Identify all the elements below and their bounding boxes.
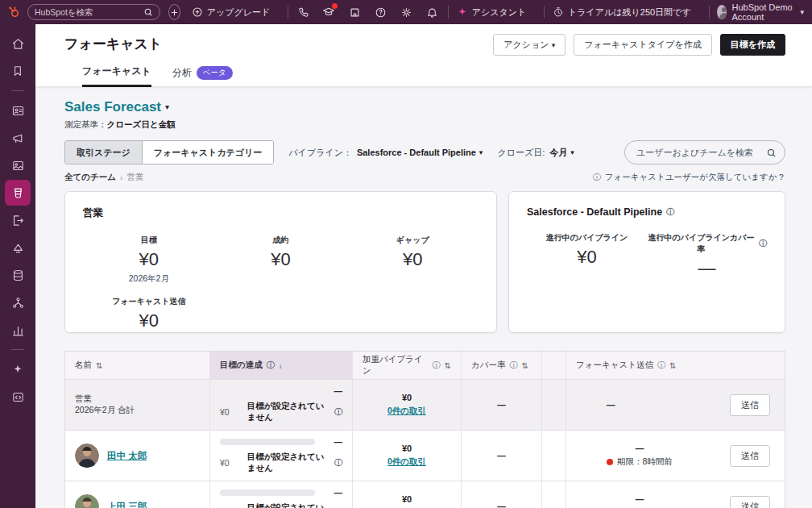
table-row-team-total: 営業 2026年2月 合計 — ¥0 目標が設定されていません ⓘ ¥0 0件の… <box>65 379 785 430</box>
deals-link[interactable]: 0件の取引 <box>387 456 426 468</box>
sidebar-contacts-icon[interactable] <box>5 98 31 123</box>
assistant-button[interactable]: アシスタント <box>457 6 527 19</box>
info-icon[interactable]: ⓘ <box>759 238 767 249</box>
sort-icon[interactable]: ⇅ <box>445 361 451 370</box>
sidebar-developer-icon[interactable] <box>5 384 31 410</box>
upgrade-button[interactable]: アップグレード <box>192 6 271 19</box>
account-menu[interactable]: HubSpot Demo Account ▾ <box>717 2 804 22</box>
clock-icon <box>553 6 564 18</box>
toggle-deal-stage[interactable]: 取引ステージ <box>65 141 143 164</box>
create-forecast-type-button[interactable]: フォーキャストタイプを作成 <box>574 34 712 56</box>
info-icon[interactable]: ⓘ <box>267 360 275 371</box>
submit-button[interactable]: 送信 <box>730 496 770 508</box>
sidebar-automations-icon[interactable] <box>5 235 31 260</box>
column-header-forecast-submission[interactable]: フォーキャスト送信 ⓘ ⇅ <box>566 352 785 379</box>
info-icon[interactable]: ⓘ <box>334 457 342 468</box>
sort-desc-icon[interactable]: ↓ <box>279 361 283 370</box>
column-header-coverage[interactable]: カバー率 ⓘ ⇅ <box>462 352 542 379</box>
user-link[interactable]: 田中 太郎 <box>107 450 147 462</box>
global-search-input[interactable] <box>35 7 143 17</box>
measure-line: 測定基準：クローズ日と金額 <box>64 119 785 131</box>
divider <box>288 6 288 19</box>
sidebar-bookmarks-icon[interactable] <box>5 58 31 84</box>
sidebar-sales-icon[interactable] <box>5 180 31 206</box>
chevron-down-icon: ▾ <box>165 103 169 111</box>
column-header-name[interactable]: 名前 ⇅ <box>65 352 210 379</box>
divider <box>709 6 710 19</box>
tab-bar: フォーキャスト 分析 ベータ <box>64 65 785 87</box>
divider <box>11 90 24 91</box>
create-goal-button[interactable]: 目標を作成 <box>720 34 785 56</box>
team-card-title: 営業 <box>83 206 478 220</box>
missing-users-link[interactable]: ⓘ フォーキャストユーザーが欠落していますか？ <box>593 172 785 183</box>
marketplace-icon[interactable] <box>348 6 361 19</box>
sidebar-workflows-icon[interactable] <box>5 289 31 315</box>
settings-icon[interactable] <box>400 6 412 19</box>
avatar <box>75 443 99 468</box>
pipeline-select[interactable]: Salesforce - Default Pipeline ▾ <box>357 148 483 157</box>
deals-link[interactable]: 0件の取引 <box>387 406 426 417</box>
pipeline-label: パイプライン： <box>288 147 352 159</box>
forecast-type-selector[interactable]: Sales Forecast ▾ <box>64 99 785 115</box>
hubspot-logo-icon[interactable] <box>6 3 21 21</box>
submit-button[interactable]: 送信 <box>730 445 770 467</box>
submit-button[interactable]: 送信 <box>730 394 770 416</box>
close-date-select[interactable]: 今月 ▾ <box>549 147 574 159</box>
sidebar-home-icon[interactable] <box>5 31 31 56</box>
chevron-down-icon: ▾ <box>552 41 556 49</box>
user-link[interactable]: 上田 三郎 <box>107 501 147 508</box>
sort-icon[interactable]: ⇅ <box>96 361 102 370</box>
divider <box>544 6 545 19</box>
tab-forecast[interactable]: フォーキャスト <box>82 65 151 87</box>
divider <box>11 349 24 350</box>
divider <box>448 6 449 19</box>
help-icon[interactable] <box>374 6 387 19</box>
info-icon[interactable]: ⓘ <box>666 206 674 218</box>
calling-icon[interactable] <box>296 6 309 19</box>
chevron-down-icon: ▾ <box>800 9 804 16</box>
main-panel: フォーキャスト アクション ▾ フォーキャストタイプを作成 目標を作成 フォーキ… <box>35 24 812 508</box>
upgrade-icon <box>192 6 203 18</box>
table-row-user: 上田 三郎 — ¥0 目標が設定されていません ⓘ ¥0 0件の取引 — <box>65 481 785 508</box>
sidebar-data-icon[interactable] <box>5 262 31 288</box>
sort-icon[interactable]: ⇅ <box>522 361 528 370</box>
notification-dot <box>332 3 338 9</box>
toggle-forecast-category[interactable]: フォーキャストカテゴリー <box>143 141 274 164</box>
progress-bar <box>220 439 315 445</box>
stat-pipeline-coverage: 進行中のパイプラインカバー率 ⓘ — <box>647 229 767 279</box>
avatar <box>75 494 99 508</box>
top-navbar: アップグレード アシスタント トライアルは残 <box>0 0 812 24</box>
sidebar-content-icon[interactable] <box>5 152 31 178</box>
progress-bar <box>220 489 315 496</box>
actions-button[interactable]: アクション ▾ <box>493 34 566 56</box>
page-header: フォーキャスト アクション ▾ フォーキャストタイプを作成 目標を作成 フォーキ… <box>35 24 812 86</box>
global-search[interactable] <box>27 4 160 20</box>
sidebar-marketing-icon[interactable] <box>5 125 31 151</box>
sidebar-service-icon[interactable] <box>5 207 31 233</box>
user-team-search-input[interactable] <box>636 148 766 157</box>
sidebar-breeze-icon[interactable] <box>5 356 31 382</box>
column-header-spacer <box>542 352 566 379</box>
notifications-icon[interactable] <box>425 6 438 19</box>
row-name: 営業 <box>75 393 200 405</box>
pipeline-card-title: Salesforce - Default Pipeline <box>527 206 662 218</box>
user-team-search[interactable] <box>624 140 785 164</box>
row-subtitle: 2026年2月 合計 <box>75 405 200 416</box>
info-icon[interactable]: ⓘ <box>433 360 441 371</box>
trial-status[interactable]: トライアルは残り250日間です <box>553 6 691 19</box>
info-icon[interactable]: ⓘ <box>510 360 518 371</box>
forecast-content: Sales Forecast ▾ 測定基準：クローズ日と金額 取引ステージ フォ… <box>35 86 812 508</box>
tab-analytics[interactable]: 分析 ベータ <box>172 65 233 87</box>
chevron-down-icon: ▾ <box>479 149 483 156</box>
academy-icon[interactable] <box>322 6 335 19</box>
info-icon[interactable]: ⓘ <box>657 360 665 371</box>
sort-icon[interactable]: ⇅ <box>669 361 676 370</box>
create-button[interactable] <box>168 4 180 20</box>
sidebar-reporting-icon[interactable] <box>5 317 31 343</box>
info-icon[interactable]: ⓘ <box>334 406 342 418</box>
breadcrumb-all-teams[interactable]: 全てのチーム <box>64 172 116 183</box>
close-date-label: クローズ日: <box>497 147 545 159</box>
stat-forecast-submission: フォーキャスト送信 ¥0 <box>83 293 215 331</box>
column-header-goal-attainment[interactable]: 目標の達成 ⓘ ↓ <box>210 352 353 379</box>
column-header-weighted-pipeline[interactable]: 加重パイプライン ⓘ ⇅ <box>353 352 462 379</box>
